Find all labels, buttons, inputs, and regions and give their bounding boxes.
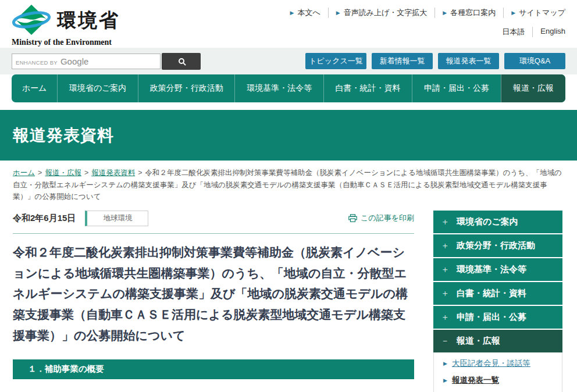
header-utility: ▶本文へ ▶音声読み上げ・文字拡大 ▶各種窓口案内 ▶サイトマップ 日本語 En…: [283, 0, 565, 48]
printer-icon: [348, 214, 357, 222]
site-header: 環境省 Ministry of the Environment ▶本文へ ▶音声…: [0, 0, 577, 48]
nav-whitepapers-statistics[interactable]: 白書・統計・資料: [323, 74, 412, 102]
section-heading: １．補助事業の概要: [13, 359, 414, 379]
link-accessibility[interactable]: ▶音声読み上げ・文字拡大: [328, 8, 435, 18]
button-press-release-list[interactable]: 報道発表一覧: [438, 53, 499, 69]
button-topics-list[interactable]: トピックス一覧: [305, 53, 366, 69]
article-heading: 令和２年度二酸化炭素排出抑制対策事業費等補助金（脱炭素イノベーションによる地域循…: [13, 242, 414, 345]
search-button[interactable]: [162, 53, 201, 70]
article-date: 令和2年6月15日: [13, 213, 76, 224]
sidebar-item-whitepapers[interactable]: ＋白書・統計・資料: [433, 282, 562, 305]
lang-english[interactable]: English: [533, 27, 565, 37]
moe-logo-icon: [12, 4, 51, 35]
article-meta-row: 令和2年6月15日 地球環境 この記事を印刷: [13, 211, 414, 226]
lang-japanese[interactable]: 日本語: [502, 27, 533, 37]
breadcrumb-press-pr[interactable]: 報道・広報: [45, 169, 81, 177]
breadcrumb-separator: [84, 169, 88, 177]
page-title: 報道発表資料: [13, 124, 114, 147]
divider: [13, 233, 414, 234]
breadcrumb: ホーム報道・広報報道発表資料令和２年度二酸化炭素排出抑制対策事業費等補助金（脱炭…: [13, 167, 564, 203]
button-whats-new-list[interactable]: 新着情報一覧: [372, 53, 433, 69]
triangle-icon: ▶: [290, 10, 294, 16]
quick-links: トピックス一覧 新着情報一覧 報道発表一覧 環境Q&A: [305, 53, 565, 69]
print-article-link[interactable]: この記事を印刷: [348, 213, 414, 223]
plus-icon: ＋: [433, 312, 457, 323]
plus-icon: ＋: [433, 288, 457, 299]
main-nav: ホーム 環境省のご案内 政策分野・行政活動 環境基準・法令等 白書・統計・資料 …: [12, 74, 565, 102]
nav-press-pr[interactable]: 報道・広報: [501, 74, 565, 102]
article-column: 令和2年6月15日 地球環境 この記事を印刷 令和２年度二酸化炭素排出抑制対策事…: [13, 211, 414, 392]
link-sitemap[interactable]: ▶サイトマップ: [503, 8, 565, 18]
search-watermark: ENHANCED BY: [16, 59, 58, 66]
sidebar-item-standards-laws[interactable]: ＋環境基準・法令等: [433, 258, 562, 281]
article-body: 本事業では、地域の自立・分散型地域エネルギーシステム及び脱炭素型交通をテーマに技…: [13, 389, 414, 392]
button-environment-qa[interactable]: 環境Q&A: [504, 53, 565, 69]
list-item: 大臣記者会見・談話等: [443, 358, 560, 369]
plus-icon: ＋: [433, 240, 457, 251]
breadcrumb-press-release[interactable]: 報道発表資料: [91, 169, 135, 177]
triangle-icon: [443, 377, 447, 383]
breadcrumb-home[interactable]: ホーム: [13, 169, 35, 177]
sidebar-item-press-pr[interactable]: －報道・広報: [433, 330, 562, 352]
sidebar-item-policy[interactable]: ＋政策分野・行政活動: [433, 234, 562, 257]
moe-logo[interactable]: 環境省 Ministry of the Environment: [12, 0, 120, 48]
triangle-icon: [443, 361, 447, 366]
search-strip: ENHANCED BY Google トピックス一覧 新着情報一覧 報道発表一覧…: [0, 48, 577, 74]
list-item: 報道発表一覧: [443, 375, 560, 386]
nav-standards-laws[interactable]: 環境基準・法令等: [234, 74, 323, 102]
breadcrumb-separator: [38, 169, 42, 177]
logo-title: 環境省: [57, 10, 120, 30]
triangle-icon: ▶: [443, 10, 447, 16]
sidebar-item-applications[interactable]: ＋申請・届出・公募: [433, 306, 562, 329]
search-icon: [179, 58, 184, 64]
google-watermark: Google: [60, 56, 88, 66]
sidebar-sublink-minister-press-conference[interactable]: 大臣記者会見・談話等: [452, 358, 530, 369]
breadcrumb-separator: [138, 169, 142, 177]
sidebar-sublink-press-release-list[interactable]: 報道発表一覧: [452, 375, 499, 386]
logo-subtitle: Ministry of the Environment: [12, 38, 120, 47]
nav-home[interactable]: ホーム: [12, 74, 57, 102]
plus-icon: ＋: [433, 264, 457, 275]
search-input[interactable]: ENHANCED BY Google: [12, 54, 161, 69]
triangle-icon: ▶: [336, 10, 340, 16]
nav-applications[interactable]: 申請・届出・公募: [412, 74, 500, 102]
nav-about-moe[interactable]: 環境省のご案内: [57, 74, 138, 102]
sidebar-subpanel: 大臣記者会見・談話等 報道発表一覧 行事予定 環境省広報誌 エコジン: [433, 352, 562, 392]
minus-icon: －: [433, 336, 457, 347]
sidebar-item-about-moe[interactable]: ＋環境省のご案内: [433, 211, 562, 233]
link-skip-to-content[interactable]: ▶本文へ: [283, 8, 328, 18]
category-badge[interactable]: 地球環境: [85, 211, 148, 226]
nav-policy[interactable]: 政策分野・行政活動: [138, 74, 234, 102]
plus-icon: ＋: [433, 216, 457, 227]
link-contact-guide[interactable]: ▶各種窓口案内: [434, 8, 503, 18]
sidebar-menu: ＋環境省のご案内 ＋政策分野・行政活動 ＋環境基準・法令等 ＋白書・統計・資料 …: [433, 211, 562, 392]
content-area: ホーム報道・広報報道発表資料令和２年度二酸化炭素排出抑制対策事業費等補助金（脱炭…: [0, 161, 577, 392]
triangle-icon: ▶: [511, 10, 515, 16]
page-title-band: 報道発表資料: [0, 110, 577, 161]
